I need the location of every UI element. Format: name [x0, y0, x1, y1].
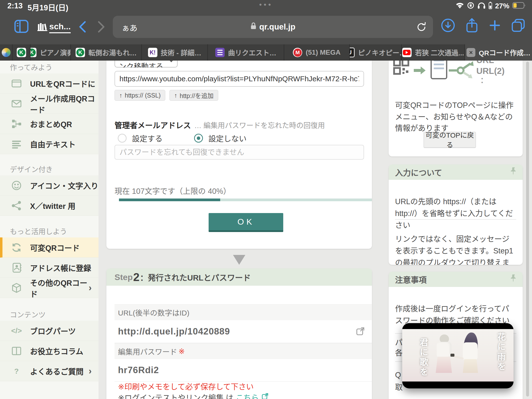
- sidebar-item-address-book[interactable]: アドレス帳に登録: [0, 258, 99, 278]
- multitask-dots-icon[interactable]: •••: [259, 0, 273, 9]
- pushpin-icon[interactable]: [510, 167, 517, 177]
- radio-set-label[interactable]: 設定する: [132, 133, 163, 144]
- qr-code-icon: [393, 61, 409, 76]
- back-to-top-button[interactable]: 可変のTOPに戻る: [424, 132, 476, 148]
- url-label-row: URL(後半の数字はID): [115, 304, 372, 320]
- k-favicon-icon: K: [17, 48, 26, 57]
- sidebar-item-column[interactable]: お役立ちコラム: [0, 341, 99, 361]
- hidden-text-fragment: 各: [395, 347, 403, 358]
- sidebar-item-free-text[interactable]: 自由テキスト: [0, 134, 99, 154]
- accessory-battery-icon: [489, 2, 492, 10]
- share-icon[interactable]: [466, 18, 478, 34]
- new-tab-icon[interactable]: [489, 19, 501, 33]
- tab-gijutsu[interactable]: K!技術 - 詳細…: [142, 44, 208, 61]
- wifi-icon: [456, 2, 464, 10]
- tab-qr-active[interactable]: ×QRコード作成…: [465, 44, 532, 61]
- target-url-input[interactable]: [115, 71, 364, 87]
- u-favicon-icon: U: [350, 48, 355, 57]
- download-icon[interactable]: [441, 18, 455, 33]
- tab-k-1[interactable]: K: [13, 44, 31, 61]
- radio-set-mail[interactable]: [118, 134, 127, 143]
- link-type-dropdown[interactable]: このURLにリンク移動する: [115, 61, 178, 67]
- tab-pinwheel[interactable]: [0, 44, 13, 61]
- pushpin-icon[interactable]: [510, 274, 517, 284]
- sitemap-icon: [11, 118, 22, 130]
- radio-no-mail[interactable]: [194, 134, 203, 143]
- recovery-mail-input[interactable]: [115, 145, 364, 160]
- headphones-icon: [477, 2, 486, 10]
- password-label-row: 編集用パスワード※: [115, 343, 372, 359]
- chevron-right-icon: ›: [89, 283, 92, 293]
- k-exclaim-favicon-icon: K!: [148, 48, 157, 57]
- mail-icon: [11, 98, 22, 109]
- edit-password: hr76Rdi2: [118, 365, 159, 375]
- char-progress-fill: [119, 199, 220, 201]
- sidebar-item-twitter[interactable]: X／twitter 用: [0, 196, 99, 216]
- tab-tentou[interactable]: K転倒お湯もれ…: [71, 44, 142, 61]
- k-favicon-icon: K: [31, 48, 36, 57]
- sidebar-item-other-qr[interactable]: その他のQRコード ›: [0, 278, 99, 298]
- forward-button[interactable]: [98, 21, 105, 34]
- input-info-header: 入力について: [389, 165, 523, 180]
- kochira-link[interactable]: こちら: [236, 392, 259, 399]
- issued-url-row: http://d.quel.jp/10420889: [115, 320, 372, 343]
- sidebar-toggle-icon[interactable]: [14, 20, 29, 34]
- ipad-screen: 2:13 5月19日(日) ••• 27% sch... ぁあ qr.quel.…: [0, 0, 532, 399]
- diagram-dots: ：: [480, 78, 488, 83]
- step2-rows: URL(後半の数字はID) http://d.quel.jp/10420889 …: [115, 304, 372, 382]
- pinwheel-favicon-icon: [2, 48, 11, 57]
- back-button[interactable]: [78, 21, 86, 34]
- sidebar-item-mail-qr[interactable]: メール作成用QRコード: [0, 94, 99, 114]
- tab-request[interactable]: 曲リクエスト…: [208, 44, 284, 61]
- lock-icon: [250, 22, 256, 32]
- url-host: qr.quel.jp: [259, 22, 296, 32]
- address-bar[interactable]: ぁあ qr.quel.jp: [113, 16, 433, 38]
- bookmark-favicon-icon: [37, 22, 48, 33]
- columns-icon: [11, 345, 22, 357]
- mega-favicon-icon: M: [293, 48, 302, 57]
- sidebar-item-url-to-qr[interactable]: URLをQRコードに: [0, 73, 99, 94]
- hidden-text-fragment: パ: [395, 336, 403, 347]
- pip-video[interactable]: 君に歌を 花に雨を: [402, 323, 514, 388]
- tabs-overview-icon[interactable]: [511, 18, 525, 33]
- sidebar-item-icon-text[interactable]: アイコン・文字入り: [0, 175, 99, 196]
- radio-no-mail-label[interactable]: 設定しない: [208, 133, 247, 144]
- cube-icon: [11, 282, 22, 294]
- tab-mega[interactable]: M(51) MEGA: [284, 44, 350, 61]
- k-favicon-icon: K: [76, 48, 85, 57]
- pip-lyric-left: 君に歌を: [417, 338, 430, 377]
- code-icon: </>: [11, 325, 22, 336]
- arrow-right-icon: [413, 66, 426, 76]
- scrollbar[interactable]: [526, 62, 529, 397]
- diagram-url1-label: URL: [476, 61, 494, 65]
- page-icon: [431, 61, 447, 79]
- share-nodes-icon: [11, 200, 22, 211]
- battery-percent: 27%: [495, 2, 509, 10]
- ok-button[interactable]: OK: [209, 213, 283, 232]
- address-book-icon: [11, 262, 22, 273]
- input-info-card: 入力について URLの先頭の https://（または http://）を省略せ…: [389, 165, 523, 265]
- step2-card: Step 2 ：発行されたURLとパスワード URL(後半の数字はID) htt…: [106, 268, 372, 399]
- reload-button[interactable]: [416, 22, 427, 33]
- password-row: hr76Rdi2: [115, 359, 372, 382]
- page-content: 作ってみよう URLをQRコードに メール作成用QRコード おまとめQR 自由テ…: [0, 61, 532, 399]
- admin-mail-heading: 管理者メールアドレス … 編集用パスワードを忘れた時の回復用: [115, 119, 325, 130]
- sidebar-item-faq[interactable]: ? よくあるご質問 ›: [0, 361, 99, 381]
- status-time: 2:13: [7, 1, 23, 10]
- close-tab-icon[interactable]: ×: [466, 48, 475, 57]
- open-url-external-icon[interactable]: [356, 327, 365, 337]
- pip-lyric-right: 花に雨を: [495, 332, 507, 372]
- sidebar-item-blog-parts[interactable]: </> ブログパーツ: [0, 321, 99, 341]
- add-http-button[interactable]: ↑http://を追加: [169, 90, 218, 101]
- sidebar-item-kahen-qr[interactable]: 可変QRコード: [0, 237, 99, 258]
- bookmark-link[interactable]: sch...: [49, 22, 71, 33]
- tab-piano[interactable]: Kピアノ演奏: [31, 44, 71, 61]
- https-ssl-button[interactable]: ↑https:// (SSL): [115, 90, 165, 101]
- tab-youtube[interactable]: 若狭 二次通過...: [402, 44, 465, 61]
- sidebar-section-header: もっと活用しよう: [0, 225, 99, 237]
- sidebar-item-omatome-qr[interactable]: おまとめQR: [0, 114, 99, 134]
- tab-pinocchiop[interactable]: Uピノキオピー…: [350, 44, 402, 61]
- tab-bar: K Kピアノ演奏 K転倒お湯もれ… K!技術 - 詳細… 曲リクエスト… M(5…: [0, 44, 532, 61]
- toolbar-actions: [441, 18, 525, 34]
- external-link-icon[interactable]: [261, 393, 269, 399]
